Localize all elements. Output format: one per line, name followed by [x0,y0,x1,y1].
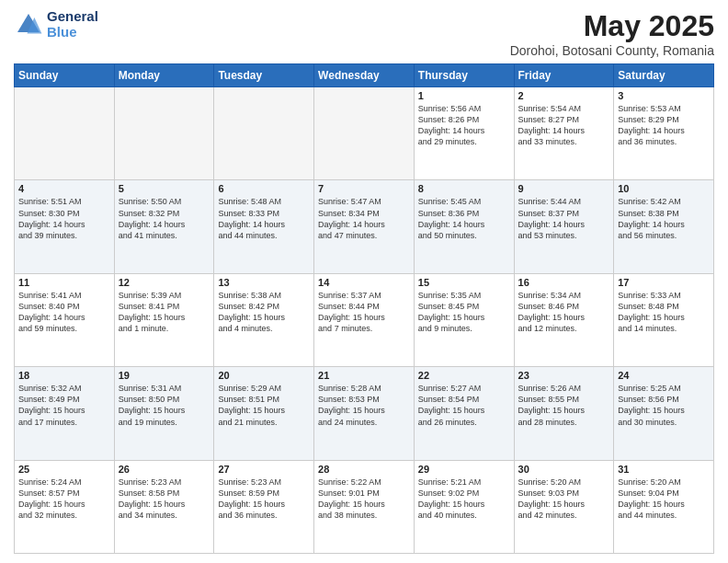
day-info: Sunrise: 5:27 AM Sunset: 8:54 PM Dayligh… [418,383,510,428]
weekday-header-monday: Monday [114,64,214,87]
day-number: 9 [518,183,610,194]
day-number: 22 [418,370,510,381]
calendar-cell: 5Sunrise: 5:50 AM Sunset: 8:32 PM Daylig… [114,180,214,273]
logo-line2: Blue [47,24,77,40]
day-info: Sunrise: 5:53 AM Sunset: 8:29 PM Dayligh… [618,103,710,148]
calendar-cell: 8Sunrise: 5:45 AM Sunset: 8:36 PM Daylig… [414,180,514,273]
day-info: Sunrise: 5:37 AM Sunset: 8:44 PM Dayligh… [318,290,410,335]
day-number: 12 [119,277,210,288]
day-number: 27 [218,464,310,475]
day-number: 23 [518,370,610,381]
day-info: Sunrise: 5:25 AM Sunset: 8:56 PM Dayligh… [618,383,710,428]
day-info: Sunrise: 5:39 AM Sunset: 8:41 PM Dayligh… [119,290,210,335]
day-info: Sunrise: 5:56 AM Sunset: 8:26 PM Dayligh… [418,103,510,148]
day-info: Sunrise: 5:48 AM Sunset: 8:33 PM Dayligh… [218,196,310,241]
day-info: Sunrise: 5:23 AM Sunset: 8:59 PM Dayligh… [218,477,310,522]
day-info: Sunrise: 5:32 AM Sunset: 8:49 PM Dayligh… [18,383,110,428]
weekday-header-thursday: Thursday [414,64,514,87]
calendar-week-4: 25Sunrise: 5:24 AM Sunset: 8:57 PM Dayli… [15,460,714,553]
day-info: Sunrise: 5:42 AM Sunset: 8:38 PM Dayligh… [618,196,710,241]
calendar-cell: 13Sunrise: 5:38 AM Sunset: 8:42 PM Dayli… [214,273,314,366]
day-number: 4 [18,183,110,194]
day-info: Sunrise: 5:44 AM Sunset: 8:37 PM Dayligh… [518,196,610,241]
calendar-cell: 28Sunrise: 5:22 AM Sunset: 9:01 PM Dayli… [314,460,415,553]
calendar-cell: 11Sunrise: 5:41 AM Sunset: 8:40 PM Dayli… [15,273,115,366]
calendar-cell: 3Sunrise: 5:53 AM Sunset: 8:29 PM Daylig… [614,87,714,180]
day-number: 19 [119,370,210,381]
calendar-body: 1Sunrise: 5:56 AM Sunset: 8:26 PM Daylig… [15,87,714,554]
calendar-week-2: 11Sunrise: 5:41 AM Sunset: 8:40 PM Dayli… [15,273,714,366]
subtitle: Dorohoi, Botosani County, Romania [510,43,714,58]
logo-line1: General [47,9,98,25]
calendar-cell: 29Sunrise: 5:21 AM Sunset: 9:02 PM Dayli… [414,460,514,553]
day-number: 6 [218,183,310,194]
calendar-cell: 17Sunrise: 5:33 AM Sunset: 8:48 PM Dayli… [614,273,714,366]
calendar-cell: 27Sunrise: 5:23 AM Sunset: 8:59 PM Dayli… [214,460,314,553]
calendar-cell: 16Sunrise: 5:34 AM Sunset: 8:46 PM Dayli… [514,273,614,366]
day-number: 16 [518,277,610,288]
day-info: Sunrise: 5:24 AM Sunset: 8:57 PM Dayligh… [18,477,110,522]
header: General Blue May 2025 Dorohoi, Botosani … [14,9,714,58]
day-number: 20 [218,370,310,381]
calendar-cell: 12Sunrise: 5:39 AM Sunset: 8:41 PM Dayli… [114,273,214,366]
title-block: May 2025 Dorohoi, Botosani County, Roman… [510,9,714,58]
day-number: 30 [518,464,610,475]
day-number: 3 [618,90,710,101]
weekday-header-friday: Friday [514,64,614,87]
logo-icon [14,10,43,40]
day-info: Sunrise: 5:29 AM Sunset: 8:51 PM Dayligh… [218,383,310,428]
weekday-row: SundayMondayTuesdayWednesdayThursdayFrid… [15,64,714,87]
calendar-cell: 20Sunrise: 5:29 AM Sunset: 8:51 PM Dayli… [214,367,314,460]
calendar-cell: 1Sunrise: 5:56 AM Sunset: 8:26 PM Daylig… [414,87,514,180]
day-info: Sunrise: 5:51 AM Sunset: 8:30 PM Dayligh… [18,196,110,241]
day-info: Sunrise: 5:20 AM Sunset: 9:03 PM Dayligh… [518,477,610,522]
day-number: 8 [418,183,510,194]
calendar-cell: 15Sunrise: 5:35 AM Sunset: 8:45 PM Dayli… [414,273,514,366]
calendar-cell [214,87,314,180]
day-info: Sunrise: 5:54 AM Sunset: 8:27 PM Dayligh… [518,103,610,148]
day-info: Sunrise: 5:35 AM Sunset: 8:45 PM Dayligh… [418,290,510,335]
calendar-cell: 23Sunrise: 5:26 AM Sunset: 8:55 PM Dayli… [514,367,614,460]
day-info: Sunrise: 5:41 AM Sunset: 8:40 PM Dayligh… [18,290,110,335]
calendar-cell: 21Sunrise: 5:28 AM Sunset: 8:53 PM Dayli… [314,367,415,460]
calendar-cell: 2Sunrise: 5:54 AM Sunset: 8:27 PM Daylig… [514,87,614,180]
day-number: 14 [318,277,410,288]
day-number: 15 [418,277,510,288]
calendar-cell: 18Sunrise: 5:32 AM Sunset: 8:49 PM Dayli… [15,367,115,460]
weekday-header-tuesday: Tuesday [214,64,314,87]
page: General Blue May 2025 Dorohoi, Botosani … [0,0,728,563]
calendar-cell: 7Sunrise: 5:47 AM Sunset: 8:34 PM Daylig… [314,180,415,273]
calendar-cell: 25Sunrise: 5:24 AM Sunset: 8:57 PM Dayli… [15,460,115,553]
calendar-header: SundayMondayTuesdayWednesdayThursdayFrid… [15,64,714,87]
day-number: 31 [618,464,710,475]
weekday-header-wednesday: Wednesday [314,64,415,87]
calendar-cell: 19Sunrise: 5:31 AM Sunset: 8:50 PM Dayli… [114,367,214,460]
calendar-cell: 14Sunrise: 5:37 AM Sunset: 8:44 PM Dayli… [314,273,415,366]
day-info: Sunrise: 5:23 AM Sunset: 8:58 PM Dayligh… [119,477,210,522]
day-number: 1 [418,90,510,101]
day-info: Sunrise: 5:28 AM Sunset: 8:53 PM Dayligh… [318,383,410,428]
day-info: Sunrise: 5:45 AM Sunset: 8:36 PM Dayligh… [418,196,510,241]
day-info: Sunrise: 5:22 AM Sunset: 9:01 PM Dayligh… [318,477,410,522]
day-number: 11 [18,277,110,288]
day-number: 25 [18,464,110,475]
day-number: 24 [618,370,710,381]
calendar-cell: 22Sunrise: 5:27 AM Sunset: 8:54 PM Dayli… [414,367,514,460]
weekday-header-sunday: Sunday [15,64,115,87]
calendar-cell: 30Sunrise: 5:20 AM Sunset: 9:03 PM Dayli… [514,460,614,553]
day-number: 2 [518,90,610,101]
calendar-week-1: 4Sunrise: 5:51 AM Sunset: 8:30 PM Daylig… [15,180,714,273]
logo-text: General Blue [47,9,98,40]
calendar-week-3: 18Sunrise: 5:32 AM Sunset: 8:49 PM Dayli… [15,367,714,460]
day-info: Sunrise: 5:50 AM Sunset: 8:32 PM Dayligh… [119,196,210,241]
day-info: Sunrise: 5:26 AM Sunset: 8:55 PM Dayligh… [518,383,610,428]
day-info: Sunrise: 5:47 AM Sunset: 8:34 PM Dayligh… [318,196,410,241]
calendar-cell: 26Sunrise: 5:23 AM Sunset: 8:58 PM Dayli… [114,460,214,553]
calendar-cell [114,87,214,180]
calendar-table: SundayMondayTuesdayWednesdayThursdayFrid… [14,63,714,554]
day-info: Sunrise: 5:34 AM Sunset: 8:46 PM Dayligh… [518,290,610,335]
day-number: 21 [318,370,410,381]
calendar-cell [15,87,115,180]
day-number: 13 [218,277,310,288]
logo: General Blue [14,9,98,40]
